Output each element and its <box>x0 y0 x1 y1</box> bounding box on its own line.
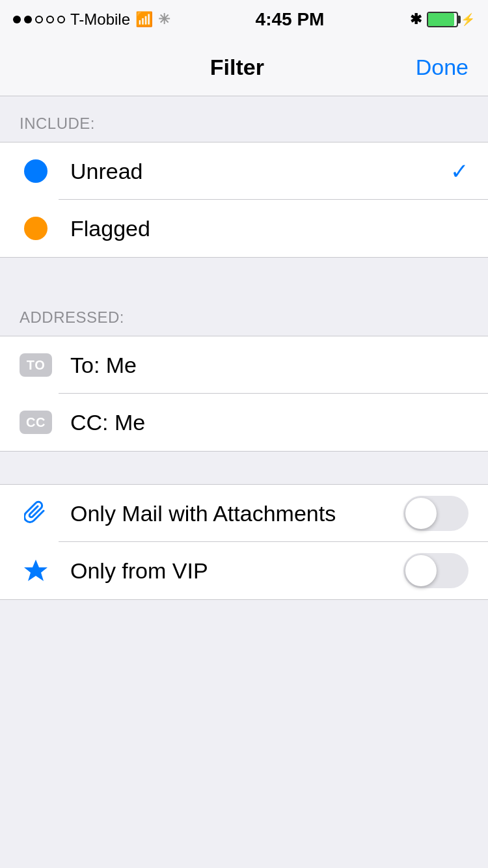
battery-fill <box>428 13 454 26</box>
signal-dot-3 <box>35 16 43 23</box>
cc-tag-label: CC <box>26 415 46 430</box>
status-left: T-Mobile 📶 ✳ <box>13 10 170 29</box>
carrier-label: T-Mobile <box>70 10 130 29</box>
blue-dot-icon <box>24 159 47 183</box>
nav-bar: Filter Done <box>0 39 488 96</box>
orange-dot-icon <box>24 217 47 240</box>
attachments-toggle[interactable] <box>403 496 468 531</box>
battery-bolt-icon: ⚡ <box>461 12 475 27</box>
signal-dot-1 <box>13 16 21 23</box>
cc-me-label: CC: Me <box>70 410 468 435</box>
unread-checkmark: ✓ <box>450 158 468 184</box>
extras-list: Only Mail with Attachments Only from VIP <box>0 484 488 600</box>
battery-body <box>427 12 458 27</box>
vip-toggle[interactable] <box>403 553 468 588</box>
vip-toggle-thumb <box>405 555 437 586</box>
include-section-header: INCLUDE: <box>0 96 488 142</box>
paperclip-icon <box>20 497 52 530</box>
to-me-item[interactable]: TO To: Me <box>0 336 488 394</box>
status-bar: T-Mobile 📶 ✳ 4:45 PM ✱ ⚡ <box>0 0 488 39</box>
to-me-label: To: Me <box>70 353 468 378</box>
attachments-label: Only Mail with Attachments <box>70 501 403 526</box>
signal-dots <box>13 16 65 23</box>
status-time: 4:45 PM <box>256 9 325 30</box>
status-right: ✱ ⚡ <box>410 11 475 28</box>
vip-item[interactable]: Only from VIP <box>0 542 488 599</box>
vip-label: Only from VIP <box>70 558 403 584</box>
flagged-item[interactable]: Flagged <box>0 200 488 257</box>
svg-marker-0 <box>24 560 47 581</box>
signal-dot-5 <box>57 16 65 23</box>
unread-label: Unread <box>70 159 450 184</box>
to-tag-icon: TO <box>20 353 52 377</box>
bluetooth-icon: ✱ <box>410 11 422 28</box>
include-list: Unread ✓ Flagged <box>0 142 488 258</box>
battery-tip <box>457 16 461 23</box>
bottom-area <box>0 600 488 828</box>
section-gap-2 <box>0 452 488 484</box>
addressed-header-label: ADDRESSED: <box>20 308 124 327</box>
star-icon <box>20 554 52 587</box>
page-title: Filter <box>210 55 264 80</box>
signal-dot-2 <box>24 16 32 23</box>
cc-me-item[interactable]: CC CC: Me <box>0 394 488 451</box>
addressed-section-header: ADDRESSED: <box>0 290 488 336</box>
attachments-item[interactable]: Only Mail with Attachments <box>0 485 488 542</box>
cc-tag-icon: CC <box>20 411 52 434</box>
include-header-label: INCLUDE: <box>20 115 95 133</box>
done-button[interactable]: Done <box>416 55 468 80</box>
flagged-label: Flagged <box>70 216 468 241</box>
unread-item[interactable]: Unread ✓ <box>0 142 488 200</box>
flagged-icon <box>20 212 52 245</box>
to-tag-label: TO <box>27 358 45 373</box>
activity-icon: ✳ <box>158 11 170 28</box>
signal-dot-4 <box>46 16 54 23</box>
unread-icon <box>20 155 52 187</box>
battery-indicator: ⚡ <box>427 12 475 27</box>
attachments-toggle-thumb <box>405 498 437 529</box>
section-gap-1 <box>0 258 488 290</box>
addressed-list: TO To: Me CC CC: Me <box>0 336 488 452</box>
wifi-icon: 📶 <box>135 11 153 28</box>
